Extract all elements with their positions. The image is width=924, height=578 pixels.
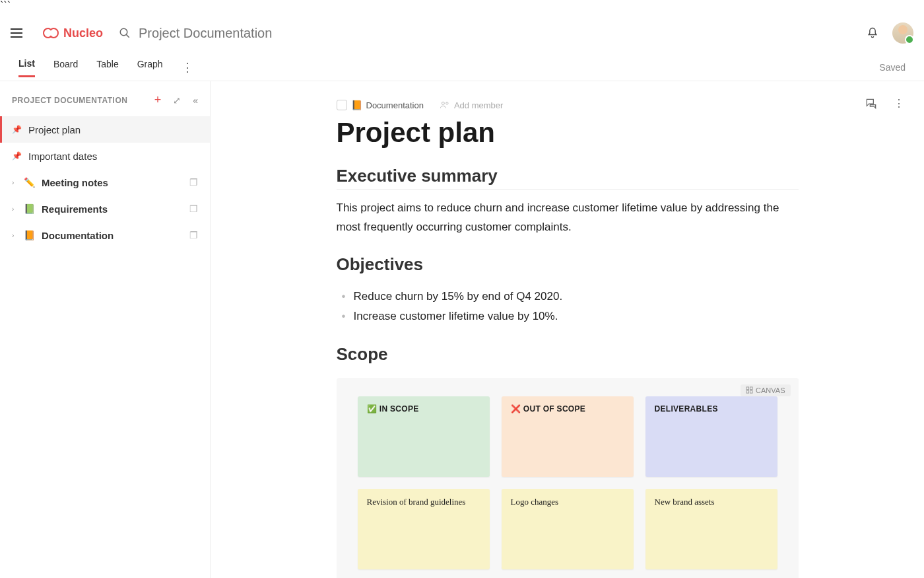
breadcrumb-label: Documentation xyxy=(366,100,424,110)
section-objectives[interactable]: Objectives xyxy=(337,254,799,277)
section-executive-summary[interactable]: Executive summary xyxy=(337,166,799,190)
sidebar-item-project-plan[interactable]: 📌 Project plan xyxy=(0,116,210,143)
tab-table[interactable]: Table xyxy=(96,59,118,76)
page-title[interactable]: Project plan xyxy=(337,117,799,149)
canvas-icon xyxy=(746,386,753,394)
sidebar-item-label: Meeting notes xyxy=(42,177,183,188)
brand-icon xyxy=(40,26,59,40)
svg-rect-7 xyxy=(750,391,752,394)
comments-icon[interactable] xyxy=(865,97,878,110)
copy-icon: ❐ xyxy=(189,177,198,188)
search-icon xyxy=(119,27,131,39)
canvas-card[interactable]: New brand assets xyxy=(645,489,777,569)
brand-logo[interactable]: Nucleo xyxy=(40,26,103,40)
sidebar: PROJECT DOCUMENTATION + ⤢ « 📌 Project pl… xyxy=(0,81,211,578)
sidebar-item-requirements[interactable]: › 📗 Requirements ❐ xyxy=(0,196,210,222)
tab-list[interactable]: List xyxy=(18,58,35,77)
breadcrumb[interactable]: 📙 Documentation xyxy=(337,100,424,110)
canvas-header-out-of-scope[interactable]: ❌OUT OF SCOPE xyxy=(502,396,634,477)
section-scope[interactable]: Scope xyxy=(337,344,799,367)
objective-item[interactable]: Reduce churn by 15% by end of Q4 2020. xyxy=(342,287,799,307)
canvas-tag: CANVAS xyxy=(741,384,790,396)
notifications-icon[interactable] xyxy=(866,26,879,40)
add-member-button[interactable]: Add member xyxy=(440,100,503,110)
svg-line-1 xyxy=(126,34,129,38)
svg-rect-4 xyxy=(746,387,749,390)
page-icon xyxy=(337,100,347,110)
canvas-block[interactable]: CANVAS ✅IN SCOPE Revision of brand guide… xyxy=(337,378,799,578)
search-field[interactable] xyxy=(119,26,866,41)
objective-item[interactable]: Increase customer lifetime value by 10%. xyxy=(342,307,799,327)
svg-rect-5 xyxy=(750,387,752,390)
search-input[interactable] xyxy=(139,26,403,41)
sidebar-title: PROJECT DOCUMENTATION xyxy=(12,96,154,105)
tab-graph[interactable]: Graph xyxy=(137,59,163,76)
add-member-label: Add member xyxy=(454,100,503,110)
sidebar-item-label: Documentation xyxy=(42,230,183,241)
copy-icon: ❐ xyxy=(189,230,198,240)
people-icon xyxy=(440,101,450,109)
caret-icon: › xyxy=(12,232,17,239)
pin-icon: 📌 xyxy=(12,125,22,134)
svg-point-0 xyxy=(120,28,127,36)
sidebar-item-label: Requirements xyxy=(42,203,183,215)
tabs-more-button[interactable]: ⋮ xyxy=(182,60,193,75)
svg-point-3 xyxy=(446,102,448,104)
folder-icon: 📗 xyxy=(24,203,35,214)
folder-icon: 📙 xyxy=(24,230,35,240)
canvas-card[interactable]: Revision of brand guidelines xyxy=(358,489,490,569)
save-status: Saved xyxy=(879,62,906,73)
add-page-button[interactable]: + xyxy=(154,93,162,107)
sidebar-item-meeting-notes[interactable]: › ✏️ Meeting notes ❐ xyxy=(0,169,210,196)
copy-icon: ❐ xyxy=(189,203,198,214)
sidebar-item-label: Important dates xyxy=(28,151,198,162)
tab-board[interactable]: Board xyxy=(53,59,78,76)
sidebar-item-label: Project plan xyxy=(28,124,198,135)
svg-point-2 xyxy=(442,102,444,104)
caret-icon: › xyxy=(12,179,17,186)
canvas-header-in-scope[interactable]: ✅IN SCOPE xyxy=(358,396,490,477)
menu-button[interactable] xyxy=(11,25,26,41)
collapse-sidebar-button[interactable]: « xyxy=(193,95,198,106)
content-more-button[interactable]: ⋮ xyxy=(894,97,904,110)
user-avatar[interactable] xyxy=(892,22,913,44)
folder-icon: ✏️ xyxy=(24,177,35,188)
svg-rect-6 xyxy=(746,391,749,394)
brand-name: Nucleo xyxy=(63,26,103,40)
canvas-header-deliverables[interactable]: DELIVERABLES xyxy=(645,396,777,477)
exec-summary-body[interactable]: This project aims to reduce churn and in… xyxy=(337,199,799,237)
canvas-card[interactable]: Logo changes xyxy=(502,489,634,569)
expand-button[interactable]: ⤢ xyxy=(173,95,181,106)
folder-icon: 📙 xyxy=(351,100,362,110)
caret-icon: › xyxy=(12,205,17,213)
sidebar-item-documentation[interactable]: › 📙 Documentation ❐ xyxy=(0,222,210,248)
sidebar-item-important-dates[interactable]: 📌 Important dates xyxy=(0,143,210,169)
pin-icon: 📌 xyxy=(12,151,22,161)
